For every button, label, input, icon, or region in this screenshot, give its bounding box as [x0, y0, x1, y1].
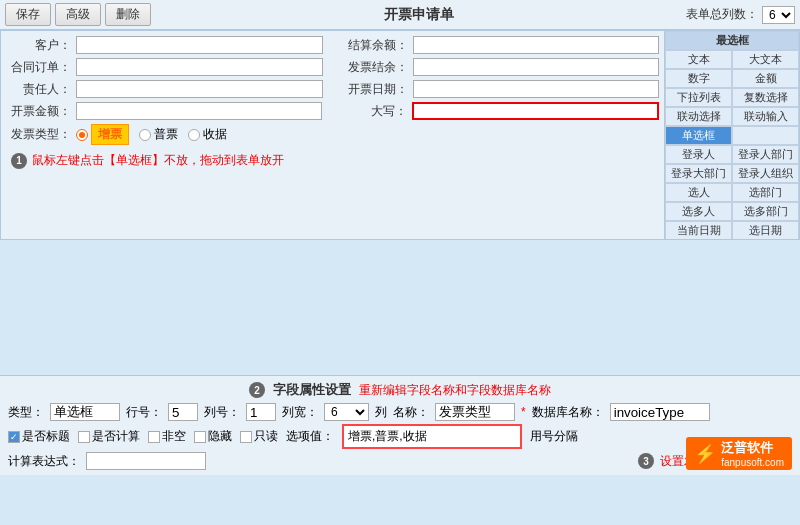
rp-xuanriqi[interactable]: 选日期 [732, 221, 799, 240]
brand-logo: ⚡ 泛普软件 fanpusoft.com [686, 437, 792, 470]
rp-xuanduobumen[interactable]: 选多部门 [732, 202, 799, 221]
total-select[interactable]: 678 [762, 6, 795, 24]
rp-jine[interactable]: 金额 [732, 69, 799, 88]
right-panel-grid: 最选框 文本 大文本 数字 金额 下拉列表 复数选择 联动选择 联动输入 单选框… [665, 31, 799, 240]
bottom-title-row: 2 字段属性设置 重新编辑字段名称和字段数据库名称 [8, 381, 792, 399]
db-name-input[interactable] [610, 403, 710, 421]
calc-input[interactable] [86, 452, 206, 470]
amount-input[interactable] [76, 102, 322, 120]
radio-label-zengjiao: 增票 [91, 124, 129, 145]
cb-shiftitle[interactable]: ✓ 是否标题 [8, 428, 70, 445]
logo-url: fanpusoft.com [721, 457, 784, 468]
cb-notnull-label: 非空 [162, 428, 186, 445]
hint1-icon: 1 [11, 153, 27, 169]
field-props-row2: ✓ 是否标题 是否计算 非空 隐藏 只读 选项值： 增票,普票,收据 用号分隔 [8, 424, 792, 449]
calc-label: 计算表达式： [8, 453, 80, 470]
rp-wenben[interactable]: 文本 [665, 50, 732, 69]
delete-button[interactable]: 删除 [105, 3, 151, 26]
settlement-label: 结算余额： [343, 37, 413, 54]
total-label: 表单总列数： [686, 6, 758, 23]
col-input[interactable] [246, 403, 276, 421]
use-label: 用号分隔 [530, 428, 578, 445]
rp-xuanren[interactable]: 选人 [665, 183, 732, 202]
cb-shiftitle-label: 是否标题 [22, 428, 70, 445]
logo-area: ⚡ 泛普软件 fanpusoft.com [686, 437, 792, 470]
form-section: 客户： 结算余额： 合同订单： 发票结余： 责任人： 开票日期： 开票金额： [0, 30, 665, 240]
contract-input[interactable] [76, 58, 323, 76]
bottom-section: 2 字段属性设置 重新编辑字段名称和字段数据库名称 类型： 行号： 列号： 列宽… [0, 375, 800, 475]
rp-denglun-dabumen[interactable]: 登录大部门 [665, 164, 732, 183]
cb-shifcalc-label: 是否计算 [92, 428, 140, 445]
right-panel: 最选框 文本 大文本 数字 金额 下拉列表 复数选择 联动选择 联动输入 单选框… [665, 30, 800, 240]
advanced-button[interactable]: 高级 [55, 3, 101, 26]
form-title: 开票申请单 [155, 6, 682, 24]
cb-readonly-label: 只读 [254, 428, 278, 445]
contract-row: 合同订单： 发票结余： [6, 58, 659, 76]
cb-readonly-box [240, 431, 252, 443]
radio-circle-shouju [188, 129, 200, 141]
cb-hidden-label: 隐藏 [208, 428, 232, 445]
responsible-label: 责任人： [6, 81, 76, 98]
rp-dangqianriqi[interactable]: 当前日期 [665, 221, 732, 240]
field-props-title: 字段属性设置 [273, 381, 351, 399]
colspan-select[interactable]: 654 [324, 403, 369, 421]
options-value: 增票,普票,收据 [348, 429, 427, 443]
type-input[interactable] [50, 403, 120, 421]
radio-pujiao[interactable]: 普票 [139, 126, 178, 143]
rp-dengluren-bumen[interactable]: 登录人部门 [732, 145, 799, 164]
toolbar: 保存 高级 删除 开票申请单 表单总列数： 678 [0, 0, 800, 30]
hint1-text: 鼠标左键点击【单选框】不放，拖动到表单放开 [32, 152, 284, 169]
rp-header-zuixuankuang: 最选框 [665, 31, 799, 50]
cb-shifcalc[interactable]: 是否计算 [78, 428, 140, 445]
radio-shouju[interactable]: 收据 [188, 126, 227, 143]
hint2-icon: 2 [249, 382, 265, 398]
open-date-input[interactable] [413, 80, 660, 98]
col-label: 列号： [204, 404, 240, 421]
save-button[interactable]: 保存 [5, 3, 51, 26]
total-info: 表单总列数： 678 [686, 6, 795, 24]
radio-zengjiao[interactable]: 增票 [76, 124, 129, 145]
options-box: 增票,普票,收据 [342, 424, 522, 449]
cb-hidden[interactable]: 隐藏 [194, 428, 232, 445]
logo-company: 泛普软件 [721, 439, 784, 457]
row-input[interactable] [168, 403, 198, 421]
rp-fuze[interactable]: 复数选择 [732, 88, 799, 107]
name-input[interactable] [435, 403, 515, 421]
hint1-row: 1 鼠标左键点击【单选框】不放，拖动到表单放开 [6, 149, 659, 169]
daxie-input[interactable] [412, 102, 660, 120]
rp-empty [732, 126, 799, 145]
responsible-row: 责任人： 开票日期： [6, 80, 659, 98]
col-unit: 列 [375, 404, 387, 421]
rp-dengluren-zuzhi[interactable]: 登录人组织 [732, 164, 799, 183]
customer-input[interactable] [76, 36, 323, 54]
rp-danxuan[interactable]: 单选框 [665, 126, 732, 145]
rp-liandong[interactable]: 联动选择 [665, 107, 732, 126]
customer-row: 客户： 结算余额： [6, 36, 659, 54]
rp-xiala[interactable]: 下拉列表 [665, 88, 732, 107]
cb-notnull[interactable]: 非空 [148, 428, 186, 445]
invoice-type-row: 发票类型： 增票 普票 收据 [6, 124, 659, 145]
options-label: 选项值： [286, 428, 334, 445]
cb-readonly[interactable]: 只读 [240, 428, 278, 445]
type-label: 类型： [8, 404, 44, 421]
rp-xuanbumen[interactable]: 选部门 [732, 183, 799, 202]
rp-shuzi[interactable]: 数字 [665, 69, 732, 88]
settlement-input[interactable] [413, 36, 660, 54]
radio-circle-zengjiao [76, 129, 88, 141]
rp-dengluren[interactable]: 登录人 [665, 145, 732, 164]
daxie-label: 大写： [342, 103, 412, 120]
rp-xuanduoren[interactable]: 选多人 [665, 202, 732, 221]
hint2-text: 重新编辑字段名称和字段数据库名称 [359, 382, 551, 399]
responsible-input[interactable] [76, 80, 323, 98]
open-date-label: 开票日期： [343, 81, 413, 98]
rp-liandong-input[interactable]: 联动输入 [732, 107, 799, 126]
amount-row: 开票金额： 大写： [6, 102, 659, 120]
cb-shiftitle-box: ✓ [8, 431, 20, 443]
invoice-end-label: 发票结余： [343, 59, 413, 76]
invoice-type-radio-group: 增票 普票 收据 [76, 124, 227, 145]
invoice-end-input[interactable] [413, 58, 660, 76]
rp-dawenben[interactable]: 大文本 [732, 50, 799, 69]
required-mark: * [521, 405, 526, 419]
contract-label: 合同订单： [6, 59, 76, 76]
cb-hidden-box [194, 431, 206, 443]
